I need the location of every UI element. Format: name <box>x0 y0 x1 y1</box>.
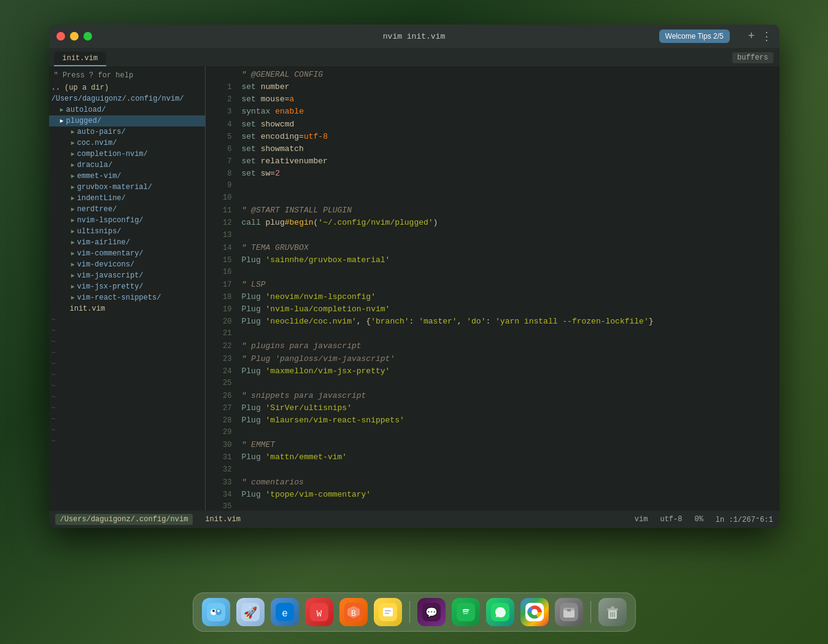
svg-rect-32 <box>607 608 618 610</box>
tree-item-nerdtree[interactable]: ► nerdtree/ <box>49 204 205 215</box>
code-line-34: 34 Plug 'tpope/vim-commentary' <box>206 489 780 501</box>
tilde-6: ~ <box>49 370 205 381</box>
code-line-5: 5 set encoding=utf-8 <box>206 131 780 143</box>
code-line-6: 6 set showmatch <box>206 143 780 155</box>
status-right: vim utf-8 0% ln :1/267⁼6:1 <box>635 515 773 524</box>
code-line-31: 31 Plug 'mattn/emmet-vim' <box>206 451 780 464</box>
tilde-12: ~ <box>49 436 205 447</box>
tree-folder-auto-pairs: auto-pairs/ <box>77 128 126 136</box>
tree-file-init-vim: init.vim <box>70 305 106 313</box>
code-line-13: 13 <box>206 230 780 242</box>
tilde-1: ~ <box>49 314 205 325</box>
tree-arrow-autoload: ► <box>60 107 64 114</box>
file-tree[interactable]: " Press ? for help .. (up a dir) /Users/… <box>49 66 206 511</box>
dock-icon-trash[interactable] <box>598 598 627 626</box>
tree-item-gruvbox[interactable]: ► gruvbox-material/ <box>49 182 205 193</box>
more-options-icon[interactable]: ⋮ <box>761 29 772 43</box>
tree-item-vim-javascript[interactable]: ► vim-javascript/ <box>49 270 205 281</box>
tree-arrow-vim-commentary: ► <box>71 250 75 257</box>
tree-item-init-vim[interactable]: init.vim <box>49 303 205 314</box>
tree-item-ultisnips[interactable]: ► ultisnips/ <box>49 226 205 237</box>
tree-arrow-vim-airline: ► <box>71 239 75 246</box>
code-line-21: 21 <box>206 328 780 340</box>
code-line-1: 1 set number <box>206 81 780 93</box>
tree-item-completion-nvim[interactable]: ► completion-nvim/ <box>49 149 205 160</box>
new-tab-icon[interactable]: + <box>748 30 755 42</box>
dock-icon-chrome[interactable] <box>520 598 549 626</box>
tree-item-indentline[interactable]: ► indentLine/ <box>49 193 205 204</box>
code-line-4: 4 set showcmd <box>206 118 780 131</box>
dock-icon-edge[interactable]: e <box>271 598 299 626</box>
tree-current-path: /Users/daguigonz/.config/nvim/ <box>49 93 205 104</box>
tree-arrow-coc-nvim: ► <box>71 140 75 147</box>
tree-item-auto-pairs[interactable]: ► auto-pairs/ <box>49 126 205 138</box>
tab-bar: init.vim buffers <box>49 48 780 66</box>
tree-up-dir[interactable]: .. (up a dir) <box>49 82 205 93</box>
status-filename: init.vim <box>205 515 241 524</box>
dock-icon-launchpad[interactable]: 🚀 <box>236 598 265 626</box>
dock-icon-spotify[interactable] <box>452 598 480 626</box>
tree-folder-ultisnips: ultisnips/ <box>77 227 122 236</box>
code-line-30: 30 " EMMET <box>206 439 780 451</box>
tree-item-vim-jsx-pretty[interactable]: ► vim-jsx-pretty/ <box>49 281 205 292</box>
welcome-tips-button[interactable]: Welcome Tips 2/5 <box>659 29 730 43</box>
tree-folder-plugged: plugged/ <box>66 117 102 125</box>
tree-up-dir-label: .. (up a dir) <box>52 83 109 92</box>
code-line-18: 18 Plug 'neovim/nvim-lspconfig' <box>206 291 780 303</box>
tab-init-vim[interactable]: init.vim <box>54 52 107 66</box>
svg-point-25 <box>532 609 538 615</box>
tree-item-emmet-vim[interactable]: ► emmet-vim/ <box>49 171 205 182</box>
tree-arrow-vim-react-snippets: ► <box>71 295 75 301</box>
tree-arrow-lspconfig: ► <box>71 217 75 224</box>
dock-icon-slack[interactable]: 💬 <box>417 598 446 626</box>
code-line-27: 27 Plug 'SirVer/ultisnips' <box>206 402 780 414</box>
svg-rect-33 <box>611 607 614 608</box>
svg-point-3 <box>212 610 215 612</box>
svg-text:B: B <box>351 609 356 618</box>
code-line-10: 10 <box>206 192 780 204</box>
svg-rect-15 <box>383 608 393 616</box>
dock: 🚀 e W B 💬 <box>193 592 636 632</box>
code-line-header: " @GENERAL CONFIG <box>206 69 780 81</box>
dock-icon-finder[interactable] <box>202 598 230 626</box>
tree-item-autoload[interactable]: ► autoload/ <box>49 104 205 115</box>
status-encoding: utf-8 <box>660 515 682 524</box>
tree-item-vim-commentary[interactable]: ► vim-commentary/ <box>49 248 205 259</box>
tree-folder-vim-react-snippets: vim-react-snippets/ <box>77 293 161 302</box>
tree-arrow-vim-javascript: ► <box>71 273 75 279</box>
tree-arrow-dracula: ► <box>71 162 75 169</box>
code-line-17: 17 " LSP <box>206 279 780 291</box>
code-line-8: 8 set sw=2 <box>206 168 780 180</box>
tree-item-lspconfig[interactable]: ► nvim-lspconfig/ <box>49 215 205 226</box>
code-line-19: 19 Plug 'nvim-lua/completion-nvim' <box>206 303 780 316</box>
dock-icon-whatsapp[interactable] <box>486 598 514 626</box>
tree-item-coc-nvim[interactable]: ► coc.nvim/ <box>49 138 205 149</box>
dock-icon-brave[interactable]: B <box>339 598 368 626</box>
status-position: 0% <box>694 515 703 524</box>
tilde-10: ~ <box>49 414 205 425</box>
main-content: " Press ? for help .. (up a dir) /Users/… <box>49 66 780 511</box>
code-editor[interactable]: " @GENERAL CONFIG 1 set number 2 set mou… <box>206 66 780 511</box>
tree-item-dracula[interactable]: ► dracula/ <box>49 160 205 171</box>
maximize-button[interactable] <box>83 32 92 41</box>
tree-item-plugged[interactable]: ► plugged/ <box>49 115 205 126</box>
tree-item-vim-airline[interactable]: ► vim-airline/ <box>49 237 205 248</box>
buffers-label[interactable]: buffers <box>732 52 773 63</box>
tilde-11: ~ <box>49 425 205 436</box>
dock-icon-notes[interactable] <box>374 598 402 626</box>
tree-help-text: " Press ? for help <box>49 69 205 82</box>
tree-arrow-auto-pairs: ► <box>71 129 75 136</box>
code-line-16: 16 <box>206 266 780 279</box>
tree-item-vim-devicons[interactable]: ► vim-devicons/ <box>49 259 205 270</box>
traffic-lights <box>56 32 92 41</box>
close-button[interactable] <box>56 32 65 41</box>
status-mode: vim <box>635 515 648 524</box>
desktop: nvim init.vim Welcome Tips 2/5 + ⋮ init.… <box>0 0 828 644</box>
minimize-button[interactable] <box>70 32 79 41</box>
code-line-3: 3 syntax enable <box>206 106 780 118</box>
code-line-12: 12 call plug#begin('~/.config/nvim/plugg… <box>206 217 780 229</box>
tilde-2: ~ <box>49 325 205 336</box>
tree-item-vim-react-snippets[interactable]: ► vim-react-snippets/ <box>49 292 205 303</box>
dock-icon-wireguard[interactable]: W <box>305 598 333 626</box>
dock-icon-archiver[interactable] <box>555 598 583 626</box>
